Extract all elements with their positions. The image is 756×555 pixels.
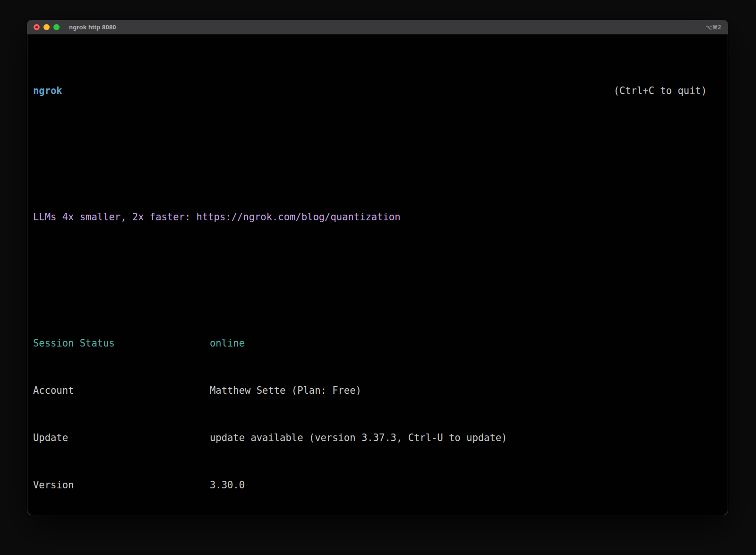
session-row: Session Status online (33, 336, 707, 351)
banner-link[interactable]: LLMs 4x smaller, 2x faster: https://ngro… (33, 209, 707, 225)
window-title: ngrok http 8080 (69, 24, 116, 31)
session-status-value: online (210, 336, 707, 351)
session-label: Account (33, 383, 210, 399)
terminal-body: ngrok (Ctrl+C to quit) LLMs 4x smaller, … (27, 35, 728, 515)
header-row: ngrok (Ctrl+C to quit) (33, 83, 707, 99)
session-label: Session Status (33, 336, 210, 351)
blank-line (33, 272, 707, 288)
app-name: ngrok (33, 83, 62, 99)
quit-hint: (Ctrl+C to quit) (614, 83, 707, 99)
minimize-button[interactable] (43, 24, 50, 30)
window-titlebar[interactable]: ngrok http 8080 ⌥⌘2 (27, 20, 728, 35)
close-button[interactable] (34, 24, 40, 30)
session-label: Version (33, 477, 210, 493)
session-row: Version 3.30.0 (33, 477, 707, 493)
zoom-button[interactable] (53, 24, 60, 30)
window-shortcut-badge: ⌥⌘2 (705, 24, 721, 31)
session-row: Update update available (version 3.37.3,… (33, 430, 707, 446)
account-value: Matthew Sette (Plan: Free) (210, 383, 707, 399)
session-label: Update (33, 430, 210, 446)
update-value: update available (version 3.37.3, Ctrl-U… (210, 430, 707, 446)
session-row: Account Matthew Sette (Plan: Free) (33, 383, 707, 399)
traffic-lights (34, 24, 60, 30)
blank-line (33, 146, 707, 162)
terminal-window: ngrok http 8080 ⌥⌘2 ngrok (Ctrl+C to qui… (27, 20, 728, 515)
version-value: 3.30.0 (210, 477, 707, 493)
